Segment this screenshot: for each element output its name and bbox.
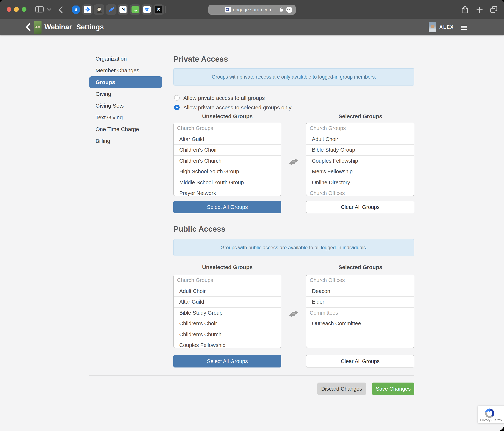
- jenkins-extension-icon[interactable]: [94, 4, 104, 15]
- list-group-header: Church Offices: [306, 275, 414, 286]
- share-icon[interactable]: [461, 6, 468, 14]
- private-clear-all-button[interactable]: Clear All Groups: [306, 201, 414, 213]
- lock-icon: [279, 7, 283, 12]
- public-select-all-button[interactable]: Select All Groups: [173, 355, 281, 368]
- public-access-title: Public Access: [173, 225, 225, 234]
- save-changes-button[interactable]: Save Changes: [372, 383, 414, 395]
- radio-private-all-groups[interactable]: Allow private access to all groups: [174, 93, 265, 102]
- list-item[interactable]: Children's Church: [174, 156, 281, 166]
- list-item[interactable]: Altar Guild: [174, 134, 281, 145]
- list-item[interactable]: Bible Study Group: [306, 145, 414, 156]
- list-item[interactable]: Online Directory: [306, 177, 414, 188]
- list-item[interactable]: Elder: [306, 297, 414, 308]
- list-item[interactable]: Deacon: [306, 286, 414, 297]
- list-item[interactable]: Prayer Network: [174, 188, 281, 196]
- recaptcha-privacy-terms[interactable]: Privacy - Terms: [478, 418, 504, 422]
- back-button[interactable]: [58, 6, 63, 13]
- private-unselected-listbox[interactable]: Church GroupsAltar GuildChildren's Choir…: [173, 123, 281, 196]
- transfer-arrows-icon: [289, 158, 298, 167]
- sidebar-toggle-icon[interactable]: [35, 6, 44, 12]
- public-selected-heading: Selected Groups: [306, 264, 414, 270]
- recaptcha-badge[interactable]: Privacy - Terms: [478, 406, 504, 423]
- browser-toolbar: N S engage.suran.com: [0, 0, 504, 19]
- private-selected-heading: Selected Groups: [306, 113, 414, 119]
- list-group-header: Church Groups: [174, 123, 281, 134]
- list-item[interactable]: Children's Choir: [174, 318, 281, 329]
- list-item[interactable]: Middle School Youth Group: [174, 177, 281, 188]
- user-avatar[interactable]: [429, 22, 436, 32]
- close-window-button[interactable]: [6, 7, 11, 12]
- settings-nav: OrganizationMember ChangesGroupsGivingGi…: [89, 53, 162, 147]
- private-access-banner: Groups with private access are only avai…: [173, 68, 414, 86]
- bitbucket-extension-icon[interactable]: [142, 4, 152, 15]
- list-group-header: Church Offices: [306, 188, 414, 196]
- radio-checked-icon: [174, 105, 180, 110]
- transfer-arrows-icon: [289, 310, 298, 319]
- zoom-window-button[interactable]: [21, 7, 26, 12]
- sidebar-item-one-time-charge[interactable]: One Time Charge: [89, 123, 162, 135]
- private-access-title: Private Access: [173, 55, 228, 63]
- feedly-extension-icon[interactable]: [130, 4, 140, 15]
- footer-divider: [89, 375, 414, 376]
- app-header: WebinarSettings ALEX: [0, 19, 504, 35]
- recaptcha-logo-icon: [484, 407, 495, 419]
- organization-logo: [34, 21, 42, 34]
- s-app-glyph: S: [157, 7, 160, 12]
- url-text: engage.suran.com: [233, 5, 272, 15]
- list-item[interactable]: Children's Choir: [174, 145, 281, 156]
- page-title: WebinarSettings: [45, 19, 104, 35]
- list-group-header: Church Groups: [174, 275, 281, 286]
- chevron-down-icon[interactable]: [47, 9, 51, 11]
- notion-extension-icon[interactable]: N: [118, 4, 128, 15]
- new-tab-icon[interactable]: [477, 6, 483, 13]
- confluence-extension-icon[interactable]: [106, 4, 117, 15]
- sidebar-item-groups[interactable]: Groups: [89, 76, 162, 88]
- private-select-all-button[interactable]: Select All Groups: [173, 201, 281, 213]
- site-favicon: [225, 7, 231, 12]
- public-selected-listbox[interactable]: Church OfficesDeaconElderCommitteesOutre…: [306, 275, 414, 348]
- list-item[interactable]: Couples Fellowship: [174, 340, 281, 348]
- app-name: Webinar: [45, 23, 72, 31]
- content-blocker-extension-icon[interactable]: [71, 4, 81, 15]
- sidebar-item-giving-sets[interactable]: Giving Sets: [89, 100, 162, 112]
- list-item[interactable]: Bible Study Group: [174, 308, 281, 318]
- list-item[interactable]: Couples Fellowship: [306, 156, 414, 166]
- public-access-banner: Groups with public access are available …: [173, 239, 414, 256]
- list-item[interactable]: High School Youth Group: [174, 166, 281, 177]
- list-item[interactable]: Outreach Committee: [306, 318, 414, 329]
- list-group-header: Committees: [306, 308, 414, 318]
- list-item[interactable]: Men's Fellowship: [306, 166, 414, 177]
- discard-changes-button[interactable]: Discard Changes: [317, 383, 366, 395]
- radio-unchecked-icon: [174, 95, 180, 101]
- public-unselected-heading: Unselected Groups: [173, 264, 281, 270]
- header-back-button[interactable]: [26, 23, 30, 33]
- sidebar-item-member-changes[interactable]: Member Changes: [89, 65, 162, 76]
- toolbar-separator: [165, 6, 166, 13]
- radio-label: Allow private access to all groups: [183, 95, 265, 101]
- sidebar-item-giving[interactable]: Giving: [89, 88, 162, 100]
- private-unselected-heading: Unselected Groups: [173, 113, 281, 119]
- s-app-extension-icon[interactable]: S: [153, 4, 164, 15]
- sidebar-item-text-giving[interactable]: Text Giving: [89, 112, 162, 123]
- public-unselected-listbox[interactable]: Church GroupsAdult ChoirAltar GuildBible…: [173, 275, 281, 348]
- menu-icon[interactable]: [461, 24, 467, 31]
- private-selected-listbox[interactable]: Church GroupsAdult ChoirBible Study Grou…: [306, 123, 414, 196]
- radio-private-selected-groups[interactable]: Allow private access to selected groups …: [174, 103, 291, 112]
- tab-overview-icon[interactable]: [490, 6, 497, 13]
- sidebar-item-organization[interactable]: Organization: [89, 53, 162, 65]
- list-item[interactable]: Children's Church: [174, 329, 281, 340]
- notion-glyph: N: [121, 7, 125, 12]
- radio-label: Allow private access to selected groups …: [183, 104, 291, 111]
- sidebar-item-billing[interactable]: Billing: [89, 135, 162, 147]
- user-name: ALEX: [439, 19, 454, 35]
- browser-window: N S engage.suran.com: [0, 0, 504, 431]
- jira-extension-icon[interactable]: [82, 4, 93, 15]
- list-item[interactable]: Adult Choir: [174, 286, 281, 297]
- minimize-window-button[interactable]: [14, 7, 19, 12]
- more-options-icon[interactable]: [286, 6, 292, 13]
- list-group-header: Church Groups: [306, 123, 414, 134]
- list-item[interactable]: Adult Choir: [306, 134, 414, 145]
- public-clear-all-button[interactable]: Clear All Groups: [306, 355, 414, 368]
- address-bar[interactable]: engage.suran.com: [208, 5, 296, 15]
- list-item[interactable]: Altar Guild: [174, 297, 281, 308]
